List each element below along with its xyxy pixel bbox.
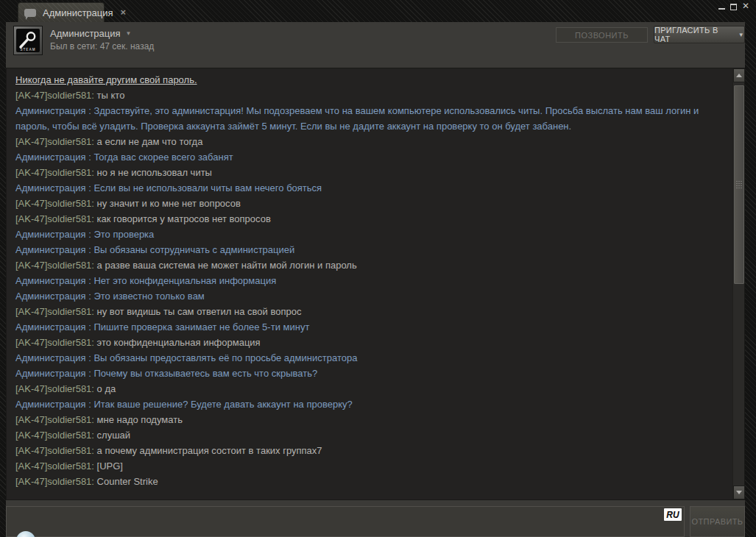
- message-sender: [AK-47]soldier581:: [15, 213, 97, 224]
- message-sender: [AK-47]soldier581:: [15, 306, 97, 317]
- message-sender: [AK-47]soldier581:: [15, 198, 97, 209]
- user-info: Администрация ▼ Был в сети: 47 сек. наза…: [50, 28, 154, 51]
- chat-body: STEAM Администрация ▼ Был в сети: 47 сек…: [6, 22, 745, 537]
- message-text: а разве ваша система не может найти мой …: [97, 260, 357, 271]
- tab-title: Администрация: [43, 7, 113, 18]
- minimize-icon[interactable]: [718, 8, 725, 10]
- chat-message: [AK-47]soldier581: но я не использовал ч…: [15, 165, 722, 180]
- chat-message: Администрация : Нет это конфиденциальная…: [15, 273, 722, 288]
- send-button-label: ОТПРАВИТЬ: [692, 517, 743, 526]
- message-text: Counter Strike: [97, 476, 158, 487]
- scrollbar-grip-icon: [736, 180, 743, 189]
- chat-messages: [AK-47]soldier581: ты ктоАдминистрация :…: [15, 88, 722, 489]
- chat-message: [AK-47]soldier581: ты кто: [15, 88, 722, 103]
- message-sender: [AK-47]soldier581:: [15, 90, 97, 101]
- chat-message: [AK-47]soldier581: это конфиденциальная …: [15, 335, 722, 350]
- system-message-text: Никогда не давайте другим свой пароль.: [15, 74, 197, 85]
- arrow-down-icon: [736, 491, 742, 497]
- message-sender: Администрация :: [15, 105, 93, 116]
- chat-message: [AK-47]soldier581: а если не дам что тог…: [15, 134, 722, 149]
- message-sender: [AK-47]soldier581:: [15, 337, 97, 348]
- window-controls: ✕: [718, 1, 749, 10]
- message-text: Нет это конфиденциальная информация: [93, 275, 276, 286]
- scroll-down-button[interactable]: [733, 486, 745, 499]
- message-text: слушай: [97, 430, 131, 441]
- chat-scrollbar[interactable]: [732, 68, 744, 499]
- chat-log: Никогда не давайте другим свой пароль. […: [6, 68, 745, 500]
- message-text: Тогда вас скорее всего забанят: [93, 152, 233, 163]
- invite-to-chat-button[interactable]: ПРИГЛАСИТЬ В ЧАТ ▼: [654, 26, 745, 43]
- chat-message: Администрация : Итак ваше решение? Будет…: [15, 396, 722, 412]
- scrollbar-thumb[interactable]: [734, 85, 744, 284]
- chat-message: [AK-47]soldier581: слушай: [15, 427, 722, 443]
- message-sender: [AK-47]soldier581:: [15, 460, 97, 472]
- message-text: Если вы не использовали читы вам нечего …: [93, 182, 322, 193]
- tab-close-icon[interactable]: ×: [121, 8, 127, 17]
- scroll-up-button[interactable]: [733, 68, 745, 82]
- message-text: ты кто: [97, 90, 125, 101]
- message-text: ну вот видишь ты сам ответил на свой воп…: [97, 306, 302, 317]
- message-sender: Администрация :: [15, 244, 93, 255]
- chat-bubble-icon: [24, 9, 36, 17]
- message-text: Итак ваше решение? Будете давать аккаунт…: [93, 399, 352, 410]
- svg-text:STEAM: STEAM: [20, 48, 35, 51]
- chevron-down-icon[interactable]: ▼: [126, 30, 132, 37]
- message-text: Вы обязаны предоставлять её по просьбе а…: [93, 352, 357, 363]
- call-button-label: ПОЗВОНИТЬ: [575, 31, 629, 40]
- message-sender: Администрация :: [15, 182, 93, 193]
- maximize-icon[interactable]: [730, 4, 737, 10]
- username[interactable]: Администрация: [50, 28, 121, 39]
- chat-message: [AK-47]soldier581: а почему администраци…: [15, 443, 722, 458]
- chat-message: Администрация : Это проверка: [15, 227, 722, 242]
- system-message: Никогда не давайте другим свой пароль.: [15, 72, 722, 88]
- chat-message: [AK-47]soldier581: как говорится у матро…: [15, 211, 722, 227]
- chat-message: [AK-47]soldier581: Counter Strike: [15, 474, 722, 489]
- chat-message: [AK-47]soldier581: ну вот видишь ты сам …: [15, 304, 722, 319]
- message-text: мне надо подумать: [97, 414, 183, 425]
- chat-message: Администрация : Здраствуйте, это админис…: [15, 103, 722, 134]
- chat-message: Администрация : Вы обязаны сотрудничать …: [15, 242, 722, 257]
- chat-message: Администрация : Пишите проверка занимает…: [15, 319, 722, 335]
- message-text: а почему администрация состоит в таких г…: [97, 445, 322, 456]
- chat-message: [AK-47]soldier581: а разве ваша система …: [15, 257, 722, 273]
- window-close-icon[interactable]: ✕: [742, 2, 749, 10]
- chat-window: ✕ Администрация × STEAM Администрация ▼ …: [0, 0, 756, 537]
- tab-administration[interactable]: Администрация ×: [18, 2, 105, 22]
- message-sender: Администрация :: [15, 368, 93, 379]
- chat-message: Администрация : Если вы не использовали …: [15, 180, 722, 196]
- message-text: [UPG]: [97, 460, 123, 472]
- chat-message: [AK-47]soldier581: ну значит и ко мне не…: [15, 196, 722, 211]
- message-sender: [AK-47]soldier581:: [15, 383, 97, 394]
- chat-input[interactable]: [7, 507, 684, 536]
- call-button[interactable]: ПОЗВОНИТЬ: [556, 27, 648, 43]
- chat-message: [AK-47]soldier581: мне надо подумать: [15, 412, 722, 427]
- send-button[interactable]: ОТПРАВИТЬ: [690, 506, 745, 537]
- message-text: это конфиденциальная информация: [97, 337, 261, 348]
- message-text: Вы обязаны сотрудничать с администрацией: [93, 244, 294, 255]
- chevron-down-icon: ▼: [738, 32, 744, 38]
- steam-logo-icon: STEAM: [16, 29, 40, 52]
- arrow-up-icon: [736, 71, 742, 77]
- chat-message: Администрация : Это известно только вам: [15, 288, 722, 304]
- message-sender: [AK-47]soldier581:: [15, 445, 97, 456]
- invite-button-label: ПРИГЛАСИТЬ В ЧАТ: [654, 26, 734, 43]
- message-text: а если не дам что тогда: [97, 136, 203, 147]
- message-text: ну значит и ко мне нет вопросов: [97, 198, 241, 209]
- message-text: но я не использовал читы: [97, 167, 212, 178]
- message-sender: [AK-47]soldier581:: [15, 260, 97, 271]
- message-sender: [AK-47]soldier581:: [15, 430, 97, 441]
- message-text: Это известно только вам: [93, 291, 204, 302]
- message-text: Это проверка: [93, 229, 154, 240]
- message-sender: Администрация :: [15, 229, 93, 240]
- avatar[interactable]: STEAM: [13, 26, 43, 55]
- message-sender: Администрация :: [15, 399, 93, 410]
- message-sender: [AK-47]soldier581:: [15, 476, 97, 487]
- chat-message: [AK-47]soldier581: о да: [15, 381, 722, 396]
- chat-message: Администрация : Вы обязаны предоставлять…: [15, 350, 722, 366]
- message-sender: Администрация :: [15, 152, 93, 163]
- message-input-container: RU: [6, 506, 685, 537]
- message-sender: Администрация :: [15, 321, 93, 332]
- chat-message: [AK-47]soldier581: [UPG]: [15, 458, 722, 474]
- keyboard-language-badge[interactable]: RU: [664, 508, 682, 521]
- message-text: как говорится у матросов нет вопросов: [97, 213, 271, 224]
